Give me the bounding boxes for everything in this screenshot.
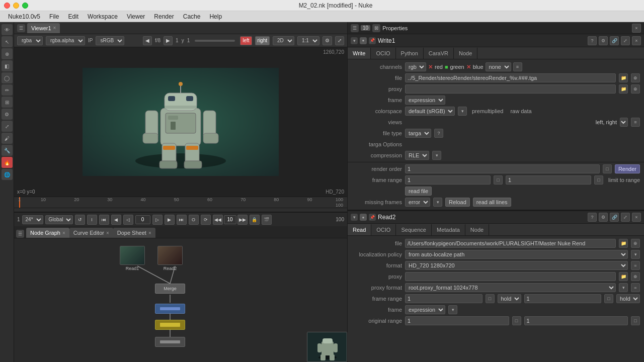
- read2-read-tab[interactable]: Read: [348, 224, 371, 235]
- frame-range-end-check[interactable]: □: [594, 175, 603, 185]
- frame-range-start[interactable]: [405, 175, 491, 185]
- proxy-browse-icon[interactable]: 📁: [619, 84, 628, 94]
- step-back-2-btn[interactable]: ◀◀: [213, 215, 223, 225]
- file-browse-icon[interactable]: 📁: [619, 73, 628, 82]
- views-dropdown[interactable]: [620, 118, 628, 127]
- blue-x-icon[interactable]: ✕: [466, 64, 471, 70]
- prev-step-btn[interactable]: ◁: [123, 215, 133, 225]
- menu-cache[interactable]: Cache: [179, 12, 205, 21]
- orig-range-start[interactable]: [405, 316, 509, 325]
- read2-proxy-browse[interactable]: 📁: [619, 272, 628, 281]
- red-x-icon[interactable]: ✕: [428, 64, 433, 70]
- read2-viewer-icon[interactable]: ●: [360, 214, 367, 221]
- viewer1-tab[interactable]: Viewer1 ×: [27, 23, 60, 33]
- fast-fwd-btn[interactable]: ⏭: [177, 215, 187, 225]
- format-select[interactable]: HD_720 644x362: [405, 261, 628, 270]
- props-close-btn[interactable]: ×: [632, 24, 641, 33]
- write1-ocio-tab[interactable]: OCIO: [371, 48, 395, 59]
- colorspace-arrow-icon[interactable]: ▾: [458, 107, 467, 116]
- read-all-lines-btn[interactable]: read all lines: [473, 198, 511, 207]
- curve-editor-tab-close[interactable]: ×: [106, 230, 109, 236]
- exposure-slider[interactable]: [195, 40, 235, 42]
- views-menu-icon[interactable]: ≡: [631, 118, 640, 127]
- channels-select[interactable]: rgba: [17, 36, 43, 45]
- read2-hold1-select[interactable]: hold: [498, 294, 521, 303]
- frame-range-start-check[interactable]: □: [494, 175, 503, 185]
- reload-btn[interactable]: Reload: [445, 198, 470, 207]
- read2-file-input[interactable]: /Users/fonkypigeon/Documents/work/PLURAL…: [405, 239, 616, 248]
- left-view-btn[interactable]: left: [240, 36, 252, 45]
- read2-close-icon[interactable]: ×: [632, 213, 641, 222]
- node-panel-menu[interactable]: ☰: [16, 230, 24, 238]
- toolbar-zoom-icon[interactable]: ⊕: [2, 48, 13, 59]
- toolbar-arrow-icon[interactable]: ↖: [2, 36, 13, 47]
- read2-frame-start-check[interactable]: □: [486, 294, 495, 303]
- view-mode-select[interactable]: 2D: [273, 36, 294, 45]
- node-graph-tab-close[interactable]: ×: [62, 230, 65, 236]
- prev-frame-icon[interactable]: ◀: [143, 36, 152, 45]
- write1-expand-icon[interactable]: ⤢: [621, 36, 630, 45]
- loop-btn[interactable]: ⟳: [201, 215, 211, 225]
- write1-settings-icon[interactable]: ⚙: [599, 36, 608, 45]
- retrace-btn[interactable]: ↺: [75, 215, 85, 225]
- node-canvas[interactable]: Read1 Read2 Merge: [14, 238, 347, 362]
- orig-range-end[interactable]: [524, 316, 628, 325]
- read2-ocio-tab[interactable]: OCIO: [371, 224, 396, 235]
- props-menu-icon[interactable]: ☰: [351, 24, 359, 32]
- menu-render[interactable]: Render: [150, 12, 178, 21]
- write1-python-tab[interactable]: Python: [396, 48, 424, 59]
- proxy-format-eq-icon[interactable]: =: [631, 283, 640, 292]
- fps-select[interactable]: 24*: [22, 215, 43, 224]
- tab-dope-sheet[interactable]: Dope Sheet ×: [113, 228, 155, 238]
- read2-proxy-expression[interactable]: ⊕: [631, 272, 640, 281]
- file-input[interactable]: ../5_Render/stereoRender/stereoRender_%v…: [405, 73, 616, 82]
- render-order-checkbox[interactable]: □: [603, 164, 612, 173]
- write1-pin-icon[interactable]: 📌: [369, 37, 376, 44]
- close-btn[interactable]: [4, 3, 10, 9]
- prev-frame-pb-btn[interactable]: ◀: [111, 215, 121, 225]
- read2-settings-icon[interactable]: ⚙: [599, 213, 608, 222]
- localization-arrow-icon[interactable]: ▾: [631, 250, 640, 259]
- colorspace-select-w[interactable]: default (sRGB): [405, 107, 455, 116]
- play-btn[interactable]: ▶: [165, 215, 175, 225]
- read-file-btn[interactable]: read file: [405, 187, 432, 196]
- props-icon2[interactable]: ⊠: [372, 24, 380, 32]
- proxy-input[interactable]: [405, 84, 616, 94]
- read1-node[interactable]: Read1: [120, 246, 145, 271]
- read2-link-icon[interactable]: 🔗: [610, 213, 619, 222]
- read2-node-tab[interactable]: Node: [465, 224, 489, 235]
- set-in-btn[interactable]: I: [87, 215, 97, 225]
- next-step-btn[interactable]: ▷: [152, 215, 163, 225]
- toolbar-node-icon[interactable]: ⊞: [2, 97, 13, 108]
- yellow-node[interactable]: [155, 320, 185, 330]
- menu-file[interactable]: File: [45, 12, 63, 21]
- menu-edit[interactable]: Edit: [64, 12, 83, 21]
- read2-pin-icon[interactable]: 📌: [369, 214, 376, 221]
- clapper-btn[interactable]: 🎬: [262, 215, 272, 225]
- grade-node[interactable]: [155, 304, 185, 314]
- format-eq-icon[interactable]: =: [631, 261, 640, 270]
- proxy-expression-icon[interactable]: ⊕: [631, 84, 640, 94]
- read2-frame-end[interactable]: [524, 294, 602, 303]
- frame-range-end[interactable]: [506, 175, 591, 185]
- menu-nuke[interactable]: Nuke10.0v5: [4, 12, 44, 21]
- render-btn[interactable]: Render: [615, 164, 640, 173]
- toolbar-transform-icon[interactable]: ⤢: [2, 121, 13, 132]
- toolbar-wipe-icon[interactable]: ◧: [2, 60, 13, 71]
- read2-frame-arrow[interactable]: ▾: [448, 305, 457, 314]
- zoom-select[interactable]: 1:1: [297, 36, 319, 45]
- toolbar-wrench-icon[interactable]: 🔧: [2, 145, 13, 156]
- orig-range-end-check[interactable]: □: [631, 316, 640, 325]
- toolbar-viewer-icon[interactable]: 👁: [2, 24, 13, 35]
- menu-workspace[interactable]: Workspace: [84, 12, 122, 21]
- read2-file-expression-icon[interactable]: ⊕: [631, 239, 640, 248]
- step-input[interactable]: [224, 215, 236, 224]
- file-type-select[interactable]: targa: [405, 129, 431, 138]
- next-frame-icon[interactable]: ▶: [164, 36, 173, 45]
- proxy-format-arrow-icon[interactable]: ▾: [619, 283, 628, 292]
- frame-select[interactable]: expression: [405, 96, 445, 105]
- panel-menu-icon[interactable]: ☰: [17, 24, 25, 32]
- read2-expand-icon[interactable]: ⤢: [621, 213, 630, 222]
- viewer-settings-icon[interactable]: ⚙: [323, 36, 332, 45]
- read2-frame-start[interactable]: [405, 294, 482, 303]
